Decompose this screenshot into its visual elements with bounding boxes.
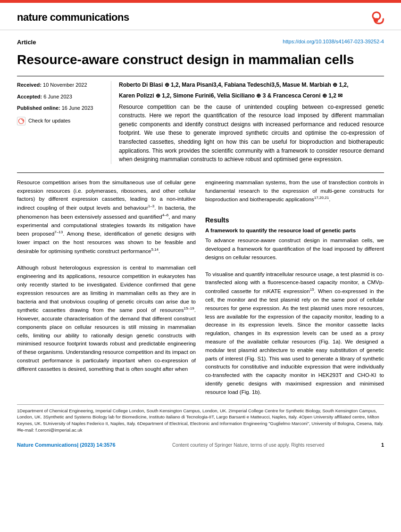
doi-link[interactable]: https://doi.org/10.1038/s41467-023-39252…: [283, 38, 384, 46]
abstract-text: Resource competition can be the cause of…: [119, 103, 384, 164]
refresh-icon: [18, 118, 25, 124]
footer-center-text: Content courtesy of Springer Nature, ter…: [172, 442, 324, 449]
page: nature communications Article https://do…: [0, 0, 401, 532]
footer-journal-name: Nature Communications| (2023) 14:3576: [17, 441, 116, 449]
content: Article https://doi.org/10.1038/s41467-0…: [0, 30, 401, 397]
published-label: Published online:: [17, 105, 60, 111]
body-right-para1: engineering mammalian systems, from the …: [205, 179, 384, 204]
authors-line1: Roberto Di Blasi ⊕ 1,2, Mara Pisani3,4, …: [119, 81, 384, 89]
metadata-right: Roberto Di Blasi ⊕ 1,2, Mara Pisani3,4, …: [111, 81, 384, 164]
metadata-left: Received: 10 November 2022 Accepted: 6 J…: [17, 81, 111, 164]
footer-volume: | (2023) 14:3576: [77, 442, 115, 448]
footer-journal-label: Nature Communications: [17, 442, 77, 448]
body-col-left: Resource competition arises from the sim…: [17, 179, 196, 397]
accepted-label: Accepted:: [17, 94, 42, 99]
check-updates-icon: [17, 117, 25, 125]
svg-rect-1: [375, 18, 378, 22]
body-col-right: engineering mammalian systems, from the …: [205, 179, 384, 397]
body-right-para2: To advance resource-aware construct desi…: [205, 237, 384, 262]
published-date: 16 June 2023: [62, 105, 93, 111]
received-label: Received:: [17, 82, 42, 88]
body-left-para1: Resource competition arises from the sim…: [17, 179, 196, 256]
footnotes-text: 1Department of Chemical Engineering, Imp…: [17, 408, 384, 433]
metadata-section: Received: 10 November 2022 Accepted: 6 J…: [17, 76, 384, 164]
article-label: Article: [17, 38, 36, 47]
results-header: Results: [205, 215, 384, 226]
open-access-icon: [369, 10, 384, 25]
check-updates[interactable]: Check for updates: [17, 117, 105, 125]
accepted-date: 6 June 2023: [43, 94, 72, 99]
footer-page-number: 1: [381, 441, 384, 449]
svg-point-2: [375, 14, 378, 17]
journal-name: nature communications: [17, 9, 129, 25]
header: nature communications: [0, 3, 401, 30]
accepted-row: Accepted: 6 June 2023: [17, 93, 105, 101]
received-date: 10 November 2022: [43, 82, 87, 88]
body-columns: Resource competition arises from the sim…: [17, 172, 384, 397]
footnotes-section: 1Department of Chemical Engineering, Imp…: [17, 404, 384, 434]
body-right-para3: To visualise and quantify intracellular …: [205, 270, 384, 397]
authors-line2: Karen Polizzi ⊕ 1,2, Simone Furini6, Vel…: [119, 92, 384, 100]
published-row: Published online: 16 June 2023: [17, 104, 105, 112]
article-title: Resource-aware construct design in mamma…: [17, 52, 384, 68]
received-row: Received: 10 November 2022: [17, 81, 105, 89]
article-header-row: Article https://doi.org/10.1038/s41467-0…: [17, 38, 384, 49]
page-footer: Nature Communications| (2023) 14:3576 Co…: [0, 437, 401, 454]
body-left-para2: Although robust heterologous expression …: [17, 264, 196, 373]
results-subheader: A framework to quantify the resource loa…: [205, 227, 384, 235]
check-updates-label: Check for updates: [28, 117, 70, 125]
